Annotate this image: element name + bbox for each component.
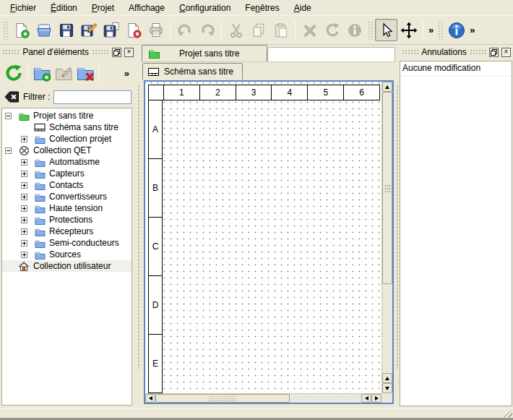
close-dock-button[interactable]: × bbox=[124, 48, 134, 57]
tree-item-haute-tension[interactable]: Haute tension bbox=[2, 202, 132, 214]
menu-fenetres[interactable]: Fenêtres bbox=[238, 1, 286, 14]
project-tab-label: Projet sans titre bbox=[179, 48, 239, 59]
folder-icon bbox=[34, 191, 46, 202]
scroll-left-button[interactable] bbox=[145, 394, 155, 403]
elements-panel-dock: Panel d'éléments × » Filtrer : Projet sa… bbox=[0, 45, 136, 408]
tree-item-collection-qet[interactable]: Collection QET bbox=[2, 145, 132, 156]
scroll-right-button[interactable] bbox=[371, 394, 381, 403]
tree-spacer bbox=[21, 124, 27, 131]
resize-grip[interactable] bbox=[504, 409, 512, 417]
tree-item-label: Collection QET bbox=[33, 145, 92, 155]
menu-configuration[interactable]: Configuration bbox=[172, 1, 238, 14]
rotate-button[interactable] bbox=[321, 19, 343, 41]
float-dock-button[interactable] bbox=[112, 48, 121, 57]
elements-panel-titlebar[interactable]: Panel d'éléments × bbox=[0, 45, 136, 59]
toolbar-drag-handle[interactable] bbox=[438, 21, 443, 40]
collapse-toggle[interactable] bbox=[5, 147, 12, 154]
project-properties-button[interactable] bbox=[445, 19, 467, 41]
open-button[interactable] bbox=[33, 19, 55, 41]
menu-projet[interactable]: Projet bbox=[85, 1, 121, 14]
new-document-button[interactable] bbox=[10, 19, 33, 41]
delete-button[interactable] bbox=[298, 19, 321, 41]
schema-scene[interactable]: 1 2 3 4 5 6 A B C D E bbox=[145, 82, 381, 393]
undo-dock-titlebar[interactable]: Annulations × bbox=[400, 45, 513, 59]
expand-toggle[interactable] bbox=[21, 205, 27, 212]
filter-input[interactable] bbox=[53, 90, 132, 104]
visualisation-mode-button[interactable] bbox=[397, 19, 420, 41]
selection-mode-button[interactable] bbox=[375, 19, 397, 41]
expand-toggle[interactable] bbox=[21, 194, 27, 200]
tree-item-contacts[interactable]: Contacts bbox=[2, 179, 132, 191]
tree-item-label: Semi-conducteurs bbox=[49, 238, 119, 248]
toolbar-drag-handle[interactable] bbox=[368, 21, 373, 40]
close-dock-button[interactable]: × bbox=[501, 48, 511, 57]
vertical-scrollbar[interactable] bbox=[381, 82, 392, 393]
save-button[interactable] bbox=[55, 19, 77, 41]
clear-filter-icon[interactable] bbox=[4, 90, 20, 103]
scroll-down-button[interactable] bbox=[382, 383, 392, 393]
scroll-up-button[interactable] bbox=[382, 373, 392, 383]
expand-toggle[interactable] bbox=[21, 252, 27, 258]
save-all-icon bbox=[103, 22, 120, 39]
float-dock-button[interactable] bbox=[489, 48, 499, 57]
reload-collections-button[interactable] bbox=[3, 62, 25, 84]
collapse-toggle[interactable] bbox=[5, 113, 12, 119]
tree-item-protections[interactable]: Protections bbox=[2, 214, 132, 226]
save-as-button[interactable] bbox=[77, 19, 100, 41]
paste-button[interactable] bbox=[270, 19, 292, 41]
cut-button[interactable] bbox=[225, 19, 247, 41]
tree-item-label: Récepteurs bbox=[49, 226, 93, 236]
horizontal-scrollbar[interactable] bbox=[145, 393, 381, 403]
close-file-button[interactable] bbox=[122, 19, 145, 41]
tree-item-collection-utilisateur[interactable]: Collection utilisateur bbox=[2, 260, 132, 272]
tree-item-convertisseurs[interactable]: Convertisseurs bbox=[2, 191, 132, 202]
menu-aide[interactable]: Aide bbox=[287, 1, 319, 14]
tree-item-semi-conducteurs[interactable]: Semi-conducteurs bbox=[2, 237, 132, 249]
menu-edition[interactable]: Édition bbox=[43, 1, 85, 14]
expand-toggle[interactable] bbox=[21, 228, 27, 235]
expand-toggle[interactable] bbox=[21, 217, 27, 223]
undo-dock-title: Annulations bbox=[421, 47, 467, 57]
scroll-up-button[interactable] bbox=[382, 82, 392, 92]
tree-item-schema-sans-titre[interactable]: Schéma sans titre bbox=[2, 121, 132, 133]
vertical-scrollbar-thumb[interactable] bbox=[382, 92, 392, 284]
menu-affichage[interactable]: Affichage bbox=[121, 1, 172, 14]
undo-button[interactable] bbox=[173, 19, 196, 41]
edit-category-button[interactable] bbox=[53, 62, 74, 84]
toolbar-drag-handle[interactable] bbox=[3, 21, 8, 40]
undo-list[interactable]: Aucune modification bbox=[400, 61, 512, 406]
tree-item-sources[interactable]: Sources bbox=[2, 249, 132, 260]
dock-title-texture bbox=[402, 49, 418, 56]
tab-projet-sans-titre[interactable]: Projet sans titre bbox=[142, 45, 267, 61]
undo-list-item[interactable]: Aucune modification bbox=[400, 61, 512, 76]
print-button[interactable] bbox=[145, 19, 167, 41]
elements-tree: Projet sans titre Schéma sans titre Coll… bbox=[1, 108, 132, 406]
expand-toggle[interactable] bbox=[21, 240, 27, 247]
expand-toggle[interactable] bbox=[21, 171, 27, 177]
copy-button[interactable] bbox=[247, 19, 270, 41]
tree-item-collection-projet[interactable]: Collection projet bbox=[2, 133, 132, 145]
toolbar-overflow-chevron[interactable]: » bbox=[426, 25, 436, 35]
save-all-button[interactable] bbox=[100, 19, 122, 41]
delete-category-button[interactable] bbox=[74, 62, 96, 84]
toolbar-overflow-chevron[interactable]: » bbox=[467, 25, 477, 35]
redo-button[interactable] bbox=[196, 19, 218, 41]
toolbar-separator bbox=[27, 64, 28, 82]
element-info-button[interactable] bbox=[343, 19, 366, 41]
scroll-left-button[interactable] bbox=[361, 394, 371, 403]
horizontal-scrollbar-thumb[interactable] bbox=[155, 394, 290, 403]
menu-fichier[interactable]: Fichier bbox=[3, 1, 43, 14]
splitter-left[interactable] bbox=[136, 45, 142, 408]
expand-toggle[interactable] bbox=[21, 136, 27, 142]
new-category-button[interactable] bbox=[31, 62, 53, 84]
tree-item-recepteurs[interactable]: Récepteurs bbox=[2, 226, 132, 237]
open-icon bbox=[35, 22, 53, 39]
panel-overflow-chevron[interactable]: » bbox=[122, 68, 132, 79]
tab-schema-sans-titre[interactable]: Schéma sans titre bbox=[142, 63, 243, 80]
schema-view[interactable]: 1 2 3 4 5 6 A B C D E bbox=[144, 80, 394, 404]
expand-toggle[interactable] bbox=[21, 182, 27, 189]
tree-item-projet-sans-titre[interactable]: Projet sans titre bbox=[2, 110, 132, 121]
tree-item-automatisme[interactable]: Automatisme bbox=[2, 156, 132, 168]
tree-item-capteurs[interactable]: Capteurs bbox=[2, 168, 132, 179]
expand-toggle[interactable] bbox=[21, 159, 27, 166]
